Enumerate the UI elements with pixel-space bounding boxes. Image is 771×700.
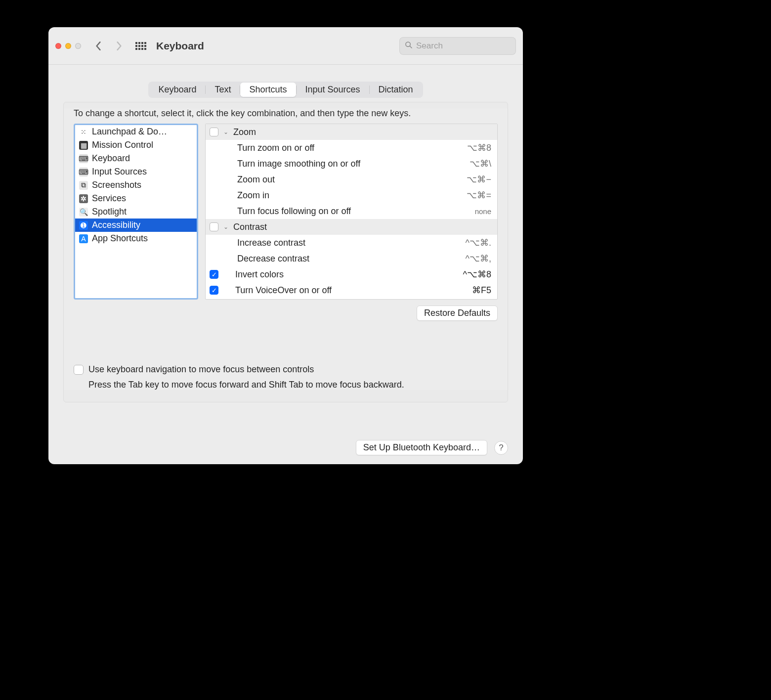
category-input[interactable]: ⌨Input Sources <box>75 165 197 178</box>
tab-text[interactable]: Text <box>206 83 240 97</box>
keyboard-nav-checkbox[interactable] <box>74 365 84 375</box>
window-title: Keyboard <box>156 40 204 52</box>
shortcut-keys[interactable]: ⌥⌘− <box>442 174 491 185</box>
help-button[interactable]: ? <box>494 441 508 455</box>
search-input[interactable] <box>416 41 511 51</box>
category-label: Services <box>92 193 126 204</box>
shortcut-label: Turn image smoothing on or off <box>210 159 442 169</box>
shortcut-keys[interactable]: ^⌥⌘, <box>442 253 491 264</box>
window-footer: Set Up Bluetooth Keyboard… ? <box>356 440 508 455</box>
chevron-left-icon <box>95 42 102 50</box>
instruction-text: To change a shortcut, select it, click t… <box>74 108 498 119</box>
shortcut-row[interactable]: Increase contrast^⌥⌘. <box>206 235 497 251</box>
shortcut-keys[interactable]: none <box>442 207 491 216</box>
shortcut-label: Increase contrast <box>210 238 442 248</box>
shortcut-row[interactable]: Decrease contrast^⌥⌘, <box>206 251 497 266</box>
category-access[interactable]: ➊Accessibility <box>75 219 197 232</box>
category-launchpad[interactable]: ⁙Launchpad & Do… <box>75 125 197 138</box>
category-label: Accessibility <box>92 220 140 230</box>
shortcut-keys[interactable]: ⌥⌘\ <box>442 158 491 169</box>
shortcut-keys[interactable]: ⌘F5 <box>442 285 491 296</box>
category-label: Screenshots <box>92 180 141 190</box>
category-appshort[interactable]: AApp Shortcuts <box>75 232 197 245</box>
shortcut-keys[interactable]: ⌥⌘= <box>442 190 491 201</box>
group-label: Zoom <box>233 127 491 137</box>
shortcut-label: Zoom in <box>210 190 442 201</box>
keyboard-nav-label: Use keyboard navigation to move focus be… <box>88 364 314 375</box>
tab-dictation[interactable]: Dictation <box>370 83 422 97</box>
keyboard-icon: ⌨ <box>79 154 88 163</box>
shortcut-row[interactable]: ✓Turn VoiceOver on or off⌘F5 <box>206 282 497 298</box>
bluetooth-keyboard-button[interactable]: Set Up Bluetooth Keyboard… <box>356 440 487 455</box>
shortcut-row[interactable]: ✓Invert colors^⌥⌘8 <box>206 266 497 282</box>
group-label: Contrast <box>233 222 491 232</box>
tab-input-sources[interactable]: Input Sources <box>297 83 369 97</box>
shortcut-label: Turn VoiceOver on or off <box>223 285 442 296</box>
shortcut-row[interactable]: Turn focus following on or offnone <box>206 203 497 219</box>
category-services[interactable]: ✲Services <box>75 192 197 205</box>
shortcut-label: Turn zoom on or off <box>210 143 442 153</box>
category-label: Spotlight <box>92 207 127 217</box>
category-label: Launchpad & Do… <box>92 127 167 137</box>
window-toolbar: Keyboard <box>48 27 523 65</box>
category-label: Keyboard <box>92 153 130 164</box>
spotlight-icon: 🔍 <box>79 208 88 217</box>
shortcut-row[interactable]: Turn image smoothing on or off⌥⌘\ <box>206 156 497 172</box>
launchpad-icon: ⁙ <box>79 128 88 136</box>
disclosure-icon[interactable]: ⌄ <box>223 129 230 135</box>
shortcut-checkbox[interactable]: ✓ <box>210 270 218 279</box>
access-icon: ➊ <box>79 221 88 230</box>
category-label: Mission Control <box>92 140 153 150</box>
window-controls <box>55 43 81 49</box>
minimize-icon[interactable] <box>65 43 71 49</box>
shortcut-label: Zoom out <box>210 175 442 185</box>
tab-shortcuts[interactable]: Shortcuts <box>240 83 296 97</box>
search-field[interactable] <box>399 37 516 55</box>
screens-icon: ⧉ <box>79 181 88 190</box>
shortcut-checkbox[interactable]: ✓ <box>210 286 218 295</box>
forward-button <box>111 39 128 53</box>
shortcut-group-contrast[interactable]: ⌄Contrast <box>206 219 497 235</box>
tab-bar: KeyboardTextShortcutsInput SourcesDictat… <box>48 65 523 98</box>
input-icon: ⌨ <box>79 168 88 176</box>
category-label: Input Sources <box>92 167 147 177</box>
shortcut-list[interactable]: ⌄ZoomTurn zoom on or off⌥⌘8Turn image sm… <box>205 124 498 300</box>
shortcut-group-zoom[interactable]: ⌄Zoom <box>206 124 497 140</box>
category-keyboard[interactable]: ⌨Keyboard <box>75 152 197 165</box>
shortcut-label: Turn focus following on or off <box>210 206 442 217</box>
appshort-icon: A <box>79 234 88 243</box>
services-icon: ✲ <box>79 194 88 203</box>
shortcut-keys[interactable]: ⌥⌘8 <box>442 142 491 153</box>
shortcut-checkbox[interactable] <box>210 128 218 136</box>
shortcut-row[interactable]: Zoom out⌥⌘− <box>206 172 497 187</box>
shortcut-keys[interactable]: ^⌥⌘. <box>442 237 491 248</box>
shortcut-checkbox[interactable] <box>210 222 218 231</box>
close-icon[interactable] <box>55 43 61 49</box>
zoom-icon <box>75 43 81 49</box>
disclosure-icon[interactable]: ⌄ <box>223 223 230 230</box>
keyboard-nav-subtext: Press the Tab key to move focus forward … <box>88 380 498 390</box>
tab-keyboard[interactable]: Keyboard <box>149 83 205 97</box>
category-spotlight[interactable]: 🔍Spotlight <box>75 205 197 219</box>
shortcut-keys[interactable]: ^⌥⌘8 <box>442 269 491 280</box>
shortcut-row[interactable]: Turn zoom on or off⌥⌘8 <box>206 140 497 156</box>
restore-defaults-button[interactable]: Restore Defaults <box>417 306 498 321</box>
chevron-right-icon <box>116 42 123 50</box>
shortcut-row[interactable]: Zoom in⌥⌘= <box>206 187 497 203</box>
preferences-window: Keyboard KeyboardTextShortcutsInput Sour… <box>48 27 523 464</box>
category-screens[interactable]: ⧉Screenshots <box>75 178 197 192</box>
category-list[interactable]: ⁙Launchpad & Do…▦Mission Control⌨Keyboar… <box>74 124 198 300</box>
mission-icon: ▦ <box>79 141 88 150</box>
shortcut-label: Invert colors <box>223 269 442 280</box>
shortcut-label: Decrease contrast <box>210 254 442 264</box>
back-button[interactable] <box>90 39 107 53</box>
category-mission[interactable]: ▦Mission Control <box>75 138 197 152</box>
svg-line-1 <box>410 46 412 48</box>
show-all-button[interactable] <box>135 41 146 51</box>
category-label: App Shortcuts <box>92 233 148 244</box>
search-icon <box>405 41 412 50</box>
